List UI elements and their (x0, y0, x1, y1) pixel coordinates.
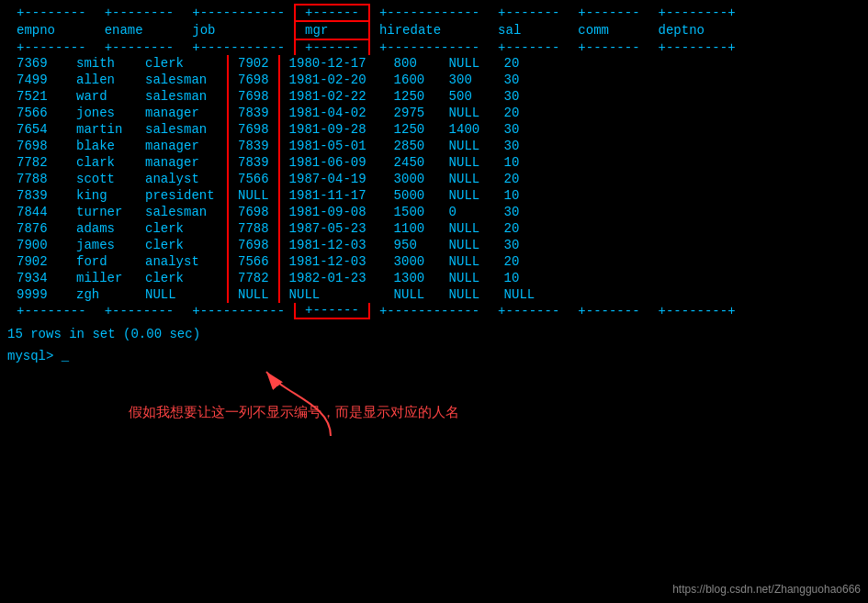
cell-mgr: 7566 (228, 171, 279, 187)
cell-job: NULL (136, 286, 228, 303)
cell-comm: NULL (440, 220, 495, 237)
data-row-table-0: 7369smithclerk79021980-12-17800NULL20 (7, 55, 555, 72)
cell-deptno: 20 (495, 253, 555, 270)
div2-hiredate: +------------ (369, 39, 489, 55)
cell-job: analyst (136, 171, 228, 187)
div3-sal: +------- (489, 303, 569, 318)
div2-comm: +------- (569, 39, 648, 55)
cell-empno: 7876 (7, 220, 67, 237)
cell-sal: 2450 (385, 154, 440, 171)
div-mgr: +------ (295, 5, 369, 21)
cell-sal: 1100 (385, 220, 440, 237)
cell-mgr: 7698 (228, 204, 279, 220)
table-row: 7876adamsclerk77881987-05-231100NULL20 (7, 220, 555, 237)
cell-deptno: 10 (495, 154, 555, 171)
div3-mgr: +------ (295, 303, 369, 318)
prompt-line: mysql> _ (0, 345, 868, 367)
div2-sal: +------- (489, 39, 569, 55)
col-comm: comm (569, 21, 648, 39)
table-row: 7844turnersalesman76981981-09-081500030 (7, 204, 555, 220)
cell-deptno: 20 (495, 105, 555, 121)
cell-comm: NULL (440, 171, 495, 187)
cell-comm: 300 (440, 72, 495, 88)
cell-hiredate: 1981-12-03 (279, 253, 385, 270)
cell-ename: scott (67, 171, 136, 187)
cell-job: salesman (136, 72, 228, 88)
cell-hiredate: 1981-06-09 (279, 154, 385, 171)
cell-ename: james (67, 237, 136, 253)
cell-sal: 1300 (385, 270, 440, 286)
cell-comm: NULL (440, 253, 495, 270)
data-row-table-3: 7566jonesmanager78391981-04-022975NULL20 (7, 105, 555, 121)
data-row-table-9: 7844turnersalesman76981981-09-081500030 (7, 204, 555, 220)
data-row-table-2: 7521wardsalesman76981981-02-22125050030 (7, 88, 555, 105)
cell-hiredate: 1981-02-22 (279, 88, 385, 105)
cell-mgr: 7839 (228, 138, 279, 154)
watermark: https://blog.csdn.net/Zhangguohao666 (672, 583, 861, 596)
cell-ename: smith (67, 55, 136, 72)
cell-deptno: 10 (495, 270, 555, 286)
cell-job: clerk (136, 270, 228, 286)
cell-job: manager (136, 154, 228, 171)
bottom-divider-row: +-------- +-------- +----------- +------… (7, 303, 745, 318)
table-row: 7900jamesclerk76981981-12-03950NULL30 (7, 237, 555, 253)
table-row: 7521wardsalesman76981981-02-22125050030 (7, 88, 555, 105)
cell-empno: 7934 (7, 270, 67, 286)
cell-sal: 3000 (385, 253, 440, 270)
cell-ename: adams (67, 220, 136, 237)
cell-sal: 2975 (385, 105, 440, 121)
table-row: 7369smithclerk79021980-12-17800NULL20 (7, 55, 555, 72)
cell-comm: NULL (440, 105, 495, 121)
cell-deptno: 20 (495, 220, 555, 237)
cell-mgr: NULL (228, 286, 279, 303)
cell-job: manager (136, 138, 228, 154)
cell-empno: 7839 (7, 187, 67, 204)
cell-empno: 7782 (7, 154, 67, 171)
div3-comm: +------- (569, 303, 648, 318)
terminal-window: +-------- +-------- +----------- +------… (0, 0, 868, 603)
col-ename: ename (96, 21, 184, 39)
div3-hiredate: +------------ (369, 303, 489, 318)
cell-hiredate: 1981-09-08 (279, 204, 385, 220)
cell-mgr: 7839 (228, 154, 279, 171)
col-job: job (183, 21, 295, 39)
table-row: 7839kingpresidentNULL1981-11-175000NULL1… (7, 187, 555, 204)
div-empno: +-------- (7, 5, 96, 21)
div2-job: +----------- (183, 39, 295, 55)
cell-job: salesman (136, 121, 228, 138)
div-hiredate: +------------ (369, 5, 489, 21)
cell-hiredate: 1981-11-17 (279, 187, 385, 204)
annotation-text: 假如我想要让这一列不显示编号，而是显示对应的人名 (129, 404, 459, 421)
cell-hiredate: 1987-04-19 (279, 171, 385, 187)
col-deptno: deptno (649, 21, 745, 39)
cell-comm: 1400 (440, 121, 495, 138)
data-row-table-7: 7788scottanalyst75661987-04-193000NULL20 (7, 171, 555, 187)
data-row-table-14: 9999zghNULLNULLNULLNULLNULLNULL (7, 286, 555, 303)
cell-mgr: 7698 (228, 72, 279, 88)
data-row-table-13: 7934millerclerk77821982-01-231300NULL10 (7, 270, 555, 286)
cell-ename: turner (67, 204, 136, 220)
cell-empno: 7499 (7, 72, 67, 88)
cell-deptno: 20 (495, 171, 555, 187)
cell-deptno: 10 (495, 187, 555, 204)
data-row-table-10: 7876adamsclerk77881987-05-231100NULL20 (7, 220, 555, 237)
div3-deptno: +--------+ (649, 303, 745, 318)
div-ename: +-------- (96, 5, 184, 21)
cell-hiredate: 1982-01-23 (279, 270, 385, 286)
cell-mgr: 7566 (228, 253, 279, 270)
top-divider-row: +-------- +-------- +----------- +------… (7, 5, 745, 21)
cell-ename: ford (67, 253, 136, 270)
data-row-table-12: 7902fordanalyst75661981-12-033000NULL20 (7, 253, 555, 270)
cell-empno: 7369 (7, 55, 67, 72)
col-mgr: mgr (295, 21, 369, 39)
header-divider-row: +-------- +-------- +----------- +------… (7, 39, 745, 55)
cell-hiredate: 1980-12-17 (279, 55, 385, 72)
div-sal: +------- (489, 5, 569, 21)
cell-hiredate: 1981-02-20 (279, 72, 385, 88)
cell-ename: blake (67, 138, 136, 154)
table-row: 9999zghNULLNULLNULLNULLNULLNULL (7, 286, 555, 303)
cell-sal: 1600 (385, 72, 440, 88)
cell-mgr: 7902 (228, 55, 279, 72)
cell-empno: 7844 (7, 204, 67, 220)
cell-mgr: NULL (228, 187, 279, 204)
